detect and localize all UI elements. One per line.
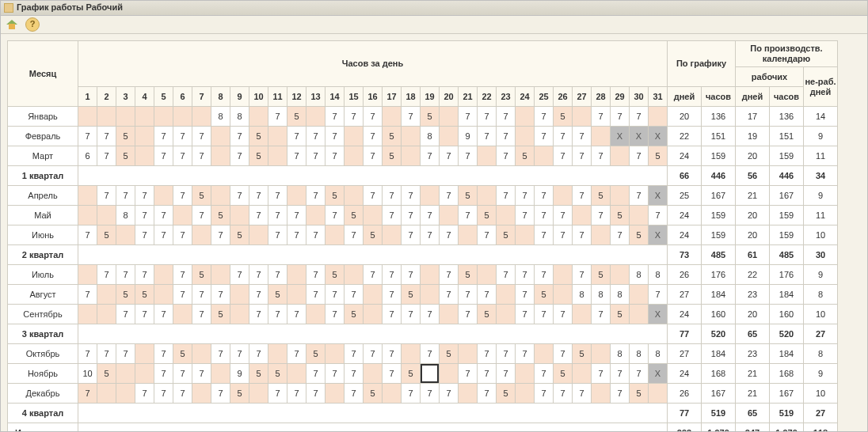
- day-cell[interactable]: 7: [173, 364, 192, 384]
- day-cell[interactable]: 7: [516, 305, 535, 324]
- day-cell[interactable]: [211, 364, 230, 384]
- day-cell[interactable]: 7: [97, 186, 116, 206]
- day-cell[interactable]: 7: [173, 186, 192, 206]
- day-cell[interactable]: 7: [402, 265, 421, 285]
- day-cell[interactable]: 7: [306, 384, 326, 404]
- day-cell[interactable]: 7: [497, 186, 516, 206]
- day-cell[interactable]: [478, 265, 497, 285]
- day-cell[interactable]: 7: [573, 265, 592, 285]
- day-cell[interactable]: [383, 107, 402, 127]
- day-cell[interactable]: 5: [497, 384, 516, 404]
- day-cell[interactable]: 7: [478, 344, 497, 364]
- day-cell[interactable]: 7: [173, 146, 192, 166]
- day-cell[interactable]: 7: [554, 384, 573, 404]
- day-cell[interactable]: 5: [649, 146, 668, 166]
- day-cell[interactable]: [78, 305, 97, 324]
- day-cell[interactable]: 7: [173, 265, 192, 285]
- day-cell[interactable]: 7: [97, 344, 116, 364]
- day-cell[interactable]: 5: [459, 186, 478, 206]
- day-cell[interactable]: [287, 285, 306, 305]
- day-cell[interactable]: 7: [402, 186, 421, 206]
- day-cell[interactable]: [345, 127, 364, 146]
- day-cell[interactable]: 7: [135, 305, 154, 324]
- day-cell[interactable]: 7: [364, 186, 383, 206]
- day-cell[interactable]: [78, 186, 97, 206]
- day-cell[interactable]: 5: [402, 285, 421, 305]
- day-cell[interactable]: 7: [287, 384, 306, 404]
- day-cell[interactable]: 5: [230, 225, 249, 245]
- day-cell[interactable]: 5: [326, 265, 345, 285]
- day-cell[interactable]: [173, 305, 192, 324]
- day-cell[interactable]: 7: [516, 344, 535, 364]
- day-cell[interactable]: [630, 305, 649, 324]
- day-cell[interactable]: 7: [459, 285, 478, 305]
- day-cell[interactable]: 7: [573, 186, 592, 206]
- day-cell[interactable]: 7: [116, 265, 135, 285]
- day-cell[interactable]: 8: [649, 344, 668, 364]
- day-cell[interactable]: [573, 206, 592, 225]
- day-cell[interactable]: [630, 285, 649, 305]
- day-cell[interactable]: X: [649, 186, 668, 206]
- day-cell[interactable]: 5: [268, 285, 287, 305]
- day-cell[interactable]: 5: [497, 225, 516, 245]
- day-cell[interactable]: 7: [554, 127, 573, 146]
- day-cell[interactable]: 7: [535, 305, 554, 324]
- day-cell[interactable]: [345, 265, 364, 285]
- day-cell[interactable]: 7: [116, 186, 135, 206]
- day-cell[interactable]: X: [649, 364, 668, 384]
- day-cell[interactable]: [135, 127, 154, 146]
- day-cell[interactable]: 7: [173, 225, 192, 245]
- day-cell[interactable]: [421, 285, 440, 305]
- day-cell[interactable]: [535, 146, 554, 166]
- day-cell[interactable]: 7: [268, 305, 287, 324]
- day-cell[interactable]: 5: [630, 225, 649, 245]
- day-cell[interactable]: [230, 206, 249, 225]
- day-cell[interactable]: 7: [630, 146, 649, 166]
- day-cell[interactable]: 7: [402, 206, 421, 225]
- day-cell[interactable]: 7: [459, 206, 478, 225]
- day-cell[interactable]: 7: [573, 127, 592, 146]
- day-cell[interactable]: 7: [249, 285, 268, 305]
- day-cell[interactable]: 7: [554, 146, 573, 166]
- day-cell[interactable]: 7: [592, 107, 611, 127]
- day-cell[interactable]: 7: [478, 225, 497, 245]
- day-cell[interactable]: 5: [268, 364, 287, 384]
- day-cell[interactable]: [192, 225, 211, 245]
- day-cell[interactable]: [192, 107, 211, 127]
- day-cell[interactable]: 5: [459, 265, 478, 285]
- day-cell[interactable]: 9: [230, 364, 249, 384]
- day-cell[interactable]: [173, 107, 192, 127]
- day-cell[interactable]: 5: [630, 384, 649, 404]
- day-cell[interactable]: 7: [497, 107, 516, 127]
- day-cell[interactable]: 7: [364, 265, 383, 285]
- day-cell[interactable]: 7: [535, 225, 554, 245]
- day-cell[interactable]: 5: [326, 186, 345, 206]
- day-cell[interactable]: 5: [173, 344, 192, 364]
- day-cell[interactable]: 7: [497, 146, 516, 166]
- day-cell[interactable]: 6: [78, 146, 97, 166]
- day-cell[interactable]: 7: [192, 305, 211, 324]
- day-cell[interactable]: 7: [630, 107, 649, 127]
- day-cell[interactable]: 7: [364, 107, 383, 127]
- day-cell[interactable]: 7: [326, 146, 345, 166]
- day-cell[interactable]: 5: [97, 364, 116, 384]
- day-cell[interactable]: 7: [421, 384, 440, 404]
- day-cell[interactable]: 7: [135, 225, 154, 245]
- day-cell[interactable]: 5: [402, 364, 421, 384]
- day-cell[interactable]: 7: [421, 146, 440, 166]
- day-cell[interactable]: [516, 225, 535, 245]
- day-cell[interactable]: 7: [154, 384, 173, 404]
- day-cell[interactable]: [345, 186, 364, 206]
- day-cell[interactable]: 7: [440, 186, 459, 206]
- day-cell[interactable]: 7: [192, 127, 211, 146]
- day-cell[interactable]: 7: [154, 344, 173, 364]
- day-cell[interactable]: [383, 384, 402, 404]
- day-cell[interactable]: 7: [326, 107, 345, 127]
- day-cell[interactable]: 5: [192, 186, 211, 206]
- day-cell[interactable]: [459, 344, 478, 364]
- day-cell[interactable]: [287, 186, 306, 206]
- day-cell[interactable]: 7: [135, 206, 154, 225]
- day-cell[interactable]: [649, 107, 668, 127]
- day-cell[interactable]: 5: [535, 285, 554, 305]
- day-cell[interactable]: 7: [306, 225, 326, 245]
